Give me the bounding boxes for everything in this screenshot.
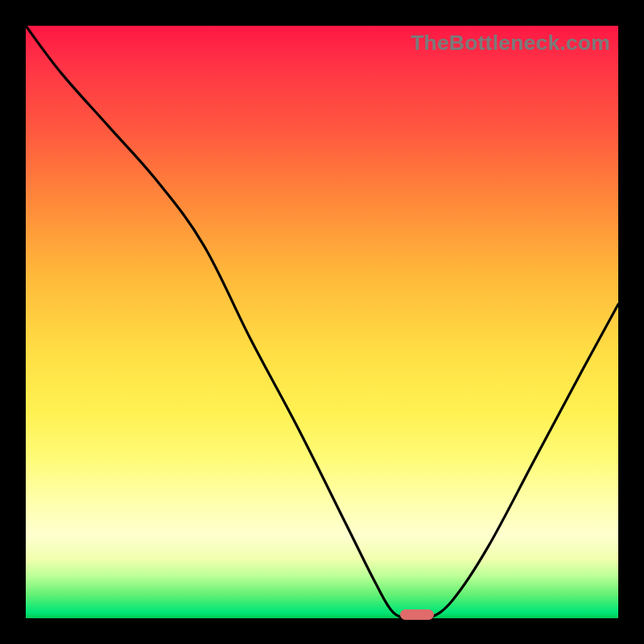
bottleneck-curve-path (26, 26, 618, 618)
optimum-marker (400, 609, 434, 620)
watermark-text: TheBottleneck.com (411, 31, 610, 56)
curve-svg (26, 26, 618, 618)
plot-area: TheBottleneck.com (26, 26, 618, 618)
chart-container: TheBottleneck.com (0, 0, 644, 644)
